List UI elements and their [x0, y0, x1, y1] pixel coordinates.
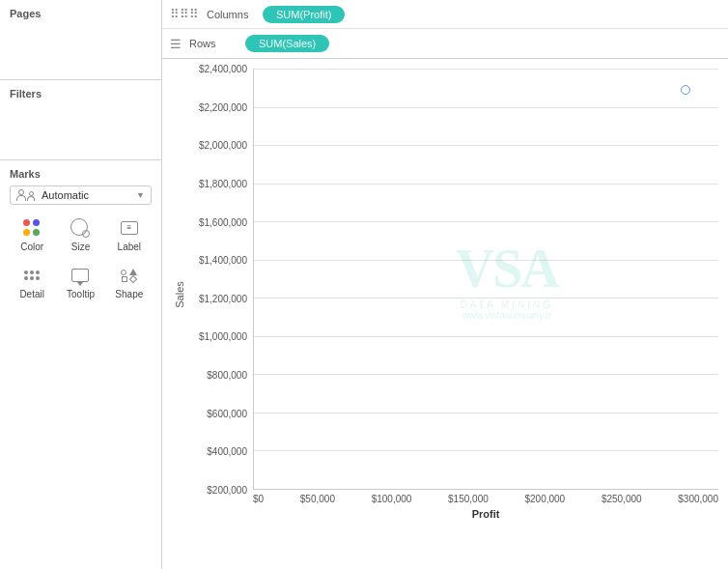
- x-tick-0: $0: [253, 494, 264, 504]
- shape-icon: [118, 264, 141, 287]
- detail-icon: [20, 264, 43, 287]
- tooltip-label: Tooltip: [67, 289, 95, 299]
- marks-item-shape[interactable]: Shape: [107, 260, 152, 303]
- gridline-10: [254, 450, 718, 451]
- size-label: Size: [71, 242, 90, 252]
- y-tick-400k: $400,000: [207, 446, 247, 457]
- x-tick-150k: $150,000: [448, 494, 489, 504]
- marks-section: Marks Automatic ▼: [0, 160, 161, 569]
- automatic-icon: [16, 189, 35, 201]
- y-tick-1200k: $1,200,000: [199, 293, 247, 303]
- rows-icon: ☰: [170, 37, 182, 51]
- filters-content: [10, 103, 152, 152]
- color-icon: [20, 216, 43, 240]
- columns-icon: ⠿⠿⠿: [170, 7, 199, 21]
- shape-label: Shape: [115, 289, 143, 299]
- label-icon: ≡: [118, 216, 141, 240]
- gridline-5: [254, 260, 718, 261]
- marks-item-label[interactable]: ≡ Label: [107, 213, 152, 256]
- watermark-url: www.vistacompany.ir: [456, 310, 558, 321]
- pages-content: [10, 23, 152, 71]
- marks-dropdown-label-text: Automatic: [42, 189, 89, 201]
- y-axis-label: Sales: [174, 281, 185, 308]
- y-tick-1000k: $1,000,000: [199, 331, 247, 342]
- columns-row: ⠿⠿⠿ Columns SUM(Profit): [162, 0, 728, 29]
- dropdown-arrow-icon: ▼: [136, 190, 145, 200]
- columns-pill[interactable]: SUM(Profit): [263, 6, 345, 23]
- x-tick-50k: $50,000: [300, 494, 335, 504]
- gridline-0: [254, 69, 718, 70]
- marks-item-color[interactable]: Color: [10, 213, 54, 256]
- x-tick-200k: $200,000: [524, 494, 565, 504]
- tooltip-icon: [69, 264, 92, 287]
- y-tick-2200k: $2,200,000: [199, 101, 247, 112]
- y-tick-labels: $2,400,000 $2,200,000 $2,000,000 $1,800,…: [187, 69, 253, 490]
- gridline-8: [254, 374, 718, 375]
- marks-grid: Color Size ≡ Label: [10, 213, 152, 303]
- y-tick-800k: $800,000: [207, 370, 247, 381]
- color-label: Color: [20, 242, 43, 252]
- x-axis-label: Profit: [472, 508, 500, 520]
- gridline-11: [254, 489, 718, 490]
- gridline-3: [254, 184, 718, 185]
- x-tick-100k: $100,000: [372, 494, 412, 504]
- header-area: ⠿⠿⠿ Columns SUM(Profit) ☰ Rows SUM(Sales…: [162, 0, 728, 59]
- y-axis-label-container: Sales: [172, 69, 187, 521]
- label-label: Label: [118, 242, 141, 252]
- marks-dropdown[interactable]: Automatic ▼: [10, 185, 152, 205]
- x-axis-labels: $0 $50,000 $100,000 $150,000 $200,000 $2…: [187, 494, 718, 504]
- filters-title: Filters: [10, 88, 152, 100]
- gridline-2: [254, 145, 718, 146]
- gridline-1: [254, 107, 718, 108]
- y-tick-2000k: $2,000,000: [199, 140, 247, 151]
- y-tick-1600k: $1,600,000: [199, 216, 247, 227]
- sidebar: Pages Filters Marks: [0, 0, 162, 569]
- marks-item-detail[interactable]: Detail: [10, 260, 54, 303]
- gridline-7: [254, 336, 718, 337]
- gridline-6: [254, 298, 718, 299]
- y-tick-600k: $600,000: [207, 408, 247, 418]
- chart-inner: $2,400,000 $2,200,000 $2,000,000 $1,800,…: [187, 69, 718, 521]
- watermark-logo: VSA: [456, 238, 558, 299]
- pages-title: Pages: [10, 8, 152, 19]
- size-icon: [69, 216, 92, 240]
- y-tick-1400k: $1,400,000: [199, 255, 247, 266]
- detail-label: Detail: [19, 289, 44, 299]
- plot-with-yticks: $2,400,000 $2,200,000 $2,000,000 $1,800,…: [187, 69, 718, 490]
- y-tick-2400k: $2,400,000: [199, 64, 247, 74]
- x-axis-title-container: Profit: [187, 507, 718, 521]
- y-tick-1800k: $1,800,000: [199, 178, 247, 188]
- filters-section: Filters: [0, 80, 161, 160]
- gridline-4: [254, 221, 718, 222]
- chart-plot: VSA DATA MINING www.vistacompany.ir: [253, 69, 718, 490]
- watermark-subtitle: DATA MINING: [456, 299, 558, 310]
- watermark: VSA DATA MINING www.vistacompany.ir: [456, 238, 558, 321]
- rows-row: ☰ Rows SUM(Sales): [162, 29, 728, 58]
- rows-pill[interactable]: SUM(Sales): [245, 35, 329, 52]
- marks-item-size[interactable]: Size: [58, 213, 102, 256]
- marks-title: Marks: [10, 168, 152, 180]
- data-point: [681, 85, 690, 95]
- x-tick-250k: $250,000: [602, 494, 642, 504]
- rows-label: Rows: [189, 38, 238, 49]
- x-tick-300k: $300,000: [678, 494, 718, 504]
- columns-label: Columns: [207, 9, 255, 20]
- chart-area: Sales $2,400,000 $2,200,000 $2,000,000 $…: [162, 59, 728, 569]
- gridline-9: [254, 413, 718, 413]
- y-tick-200k: $200,000: [207, 485, 247, 496]
- main-area: ⠿⠿⠿ Columns SUM(Profit) ☰ Rows SUM(Sales…: [162, 0, 728, 569]
- marks-item-tooltip[interactable]: Tooltip: [58, 260, 102, 303]
- pages-section: Pages: [0, 0, 161, 80]
